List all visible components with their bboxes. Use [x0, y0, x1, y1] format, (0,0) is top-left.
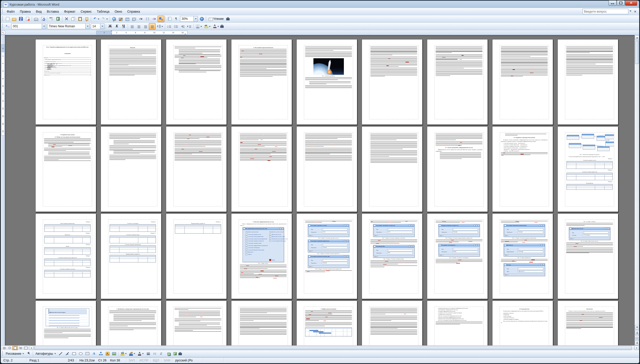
3d-style-button[interactable] [172, 350, 179, 357]
styles-pane-button[interactable] [4, 23, 11, 30]
page-12[interactable] [166, 126, 227, 212]
menu-window[interactable]: Окно [112, 9, 125, 14]
wordart-button[interactable] [91, 350, 98, 357]
diagram-button[interactable] [98, 350, 104, 357]
page-24[interactable]: Состояние топливных элементовКод1Показат… [362, 213, 423, 299]
help-button[interactable] [198, 16, 205, 22]
page-36[interactable]: ЗаключениеВ процессе выполнения данной р… [557, 301, 618, 345]
page-22[interactable]: 3. Описание информационной системыРабота… [231, 213, 292, 299]
horizontal-scroll-thumb[interactable] [34, 346, 632, 350]
line-style-button[interactable] [145, 350, 152, 357]
form-open-button[interactable]: Состояние вспомогательных двигателей [244, 238, 268, 240]
right-indent-marker[interactable] [184, 32, 186, 35]
form-open-button[interactable]: Должности [244, 251, 268, 253]
minimize-button[interactable] [609, 1, 617, 6]
status-toggle-ext[interactable]: ВДЛ [151, 358, 161, 363]
horizontal-ruler[interactable]: 2 246810121416 [96, 31, 188, 35]
paste-button[interactable] [77, 16, 83, 22]
copy-button[interactable] [70, 16, 77, 22]
line-button[interactable] [57, 350, 64, 357]
formula-button[interactable] [137, 16, 144, 22]
page-1[interactable]: Тема: «Разработка информационной системы… [35, 39, 96, 125]
form-open-button[interactable]: Состояние теплозащиты [244, 246, 268, 249]
page-7[interactable] [427, 39, 488, 125]
tab-selector[interactable]: L [1, 31, 5, 35]
page-31[interactable] [231, 301, 292, 345]
page-13[interactable] [231, 126, 292, 212]
browse-previous-icon[interactable] [635, 330, 639, 335]
form-open-button[interactable]: Диагностика систем [268, 233, 288, 236]
menu-service[interactable]: Сервис [78, 9, 94, 14]
page-4[interactable]: 1. Обследование предметной области [231, 39, 292, 125]
toolbar-options-icon[interactable] [179, 351, 182, 357]
decrease-indent-button[interactable] [179, 23, 186, 30]
page-11[interactable] [101, 126, 161, 212]
page-9[interactable] [557, 39, 618, 125]
form-exit-button[interactable]: Выход [268, 259, 288, 261]
clip-art-button[interactable] [104, 350, 111, 357]
dash-style-button[interactable] [152, 350, 158, 357]
question-input[interactable] [582, 9, 628, 14]
print-preview-button[interactable] [39, 16, 46, 22]
bold-button[interactable]: Ж [107, 23, 114, 30]
font-combo-arrow-icon[interactable] [85, 24, 90, 29]
page-14[interactable] [296, 126, 357, 212]
vertical-ruler[interactable]: 2246810121416182022 [1, 35, 5, 345]
form-open-button[interactable]: Состояние топливных элементов [244, 240, 268, 242]
page-18[interactable]: Рис. 2. Физическая структура базы данных… [557, 126, 618, 212]
select-objects-button[interactable] [25, 350, 32, 357]
italic-button[interactable]: К [114, 23, 120, 30]
view-normal-button[interactable] [2, 346, 7, 350]
question-dropdown-icon[interactable] [628, 9, 633, 14]
form-open-button[interactable]: Состояние двигателей на дату [268, 240, 288, 242]
drawing-toggle-button[interactable] [158, 16, 164, 22]
permission-button[interactable] [24, 16, 31, 22]
zoom-combo[interactable]: 30% [180, 16, 198, 22]
page-19[interactable]: Таблица 4Работа бортовых компьютеровТабл… [35, 213, 96, 299]
page-6[interactable] [362, 39, 423, 125]
status-language[interactable]: русский (Ро [173, 358, 203, 363]
insert-table-button[interactable] [124, 16, 131, 22]
line-color-button[interactable] [128, 350, 136, 357]
menu-format[interactable]: Формат [61, 9, 78, 14]
page-27[interactable]: Рис. 13. Форма «Экипаж»Диагностика систе… [557, 213, 618, 299]
scroll-right-icon[interactable] [634, 346, 639, 350]
page-33[interactable] [362, 301, 423, 345]
menu-view[interactable]: Вид [33, 9, 44, 14]
new-document-button[interactable] [4, 16, 11, 22]
page-32[interactable]: 5. График выполнения работ [296, 301, 357, 345]
view-outline-button[interactable] [18, 346, 23, 350]
redo-button[interactable] [100, 16, 109, 22]
toolbar-options-icon[interactable] [220, 23, 224, 29]
page-10[interactable]: 2. Разработка базы данных2.1. Выбор сист… [35, 126, 96, 212]
font-combo[interactable]: Times New Roman [47, 23, 90, 29]
menu-help[interactable]: Справка [125, 9, 142, 14]
research-button[interactable] [55, 16, 61, 22]
fill-color-button[interactable] [119, 350, 128, 357]
save-button[interactable] [18, 16, 24, 22]
menu-table[interactable]: Таблица [94, 9, 112, 14]
arrow-button[interactable] [64, 350, 71, 357]
align-right-button[interactable] [142, 23, 149, 30]
document-canvas[interactable]: Тема: «Разработка информационной системы… [5, 35, 635, 345]
picture-button[interactable] [111, 350, 118, 357]
page-28[interactable]: Диагностика систем на датуРис. 15. Форма… [35, 301, 96, 345]
vertical-scroll-thumb[interactable] [635, 41, 639, 64]
page-20[interactable]: Таблица 9Состояние теплозащитыТаблица 10… [101, 213, 161, 299]
page-34[interactable]: – инициализация проекта по внедрению инф… [427, 301, 488, 345]
status-toggle-ovr[interactable]: ЗАМ [161, 358, 173, 363]
scroll-up-icon[interactable] [635, 35, 639, 40]
open-folder-button[interactable] [11, 16, 18, 22]
font-color-2-button[interactable] [136, 350, 145, 357]
browse-next-icon[interactable] [635, 341, 639, 345]
page-35[interactable]: 6. Ресурсный планРесурсы проекта информа… [492, 301, 553, 345]
view-print-layout-button[interactable] [12, 346, 18, 350]
page-23[interactable]: Состояние грузового отсекаКод1Показатель… [296, 213, 357, 299]
page-29[interactable]: 4. Требования к аппаратному и программно… [101, 301, 161, 345]
tables-and-borders-button[interactable] [117, 16, 124, 22]
format-painter-button[interactable] [83, 16, 90, 22]
page-17[interactable]: 2.3. Разработка структуры базы данныхВ п… [492, 126, 553, 212]
status-toggle-rec[interactable]: ЗАП [126, 358, 137, 363]
title-bar[interactable]: W Курсовая работа - Microsoft Word ✕ [1, 1, 639, 8]
view-reading-button[interactable] [23, 346, 29, 350]
